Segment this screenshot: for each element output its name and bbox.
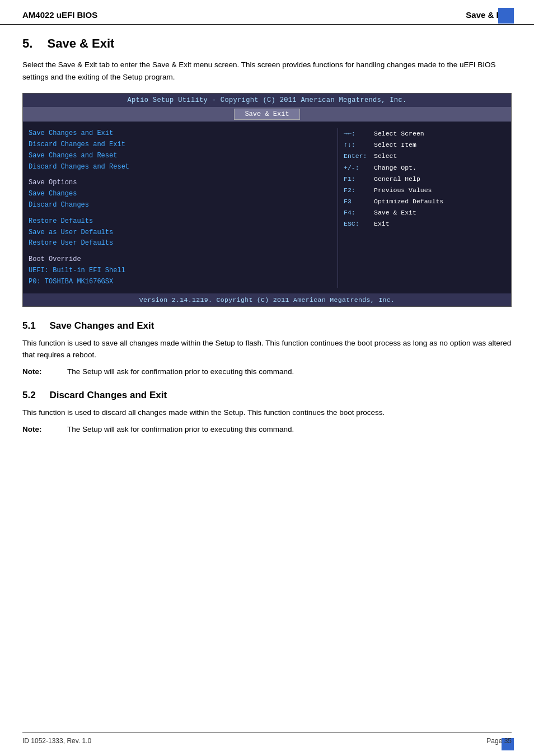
bios-menu-item[interactable]: Save Changes [29, 189, 332, 200]
bios-menu-item[interactable]: Restore Defaults [29, 216, 332, 227]
sub-heading-5-2: 5.2 Discard Changes and Exit [22, 390, 512, 401]
note-row-5-1: Note: The Setup will ask for confirmatio… [22, 366, 512, 378]
note-text-5-1: The Setup will ask for confirmation prio… [67, 366, 512, 378]
bios-menu-item[interactable]: Save Changes and Reset [29, 151, 332, 162]
bios-key-value: General Help [374, 174, 420, 185]
bios-key-label: F3 [344, 196, 371, 207]
bios-key-value: Select [374, 151, 397, 162]
bios-menu-item[interactable]: Save as User Defaults [29, 227, 332, 239]
header-left: AM4022 uEFI BIOS [22, 10, 97, 20]
bios-menu-item[interactable]: Discard Changes [29, 200, 332, 211]
bios-key-label: F4: [344, 207, 371, 218]
bios-key-label: →←: [344, 128, 371, 139]
bios-menu-item[interactable]: Restore User Defaults [29, 238, 332, 249]
bios-key-label: +/-: [344, 162, 371, 174]
bios-key-row: F2:Previous Values [344, 185, 505, 196]
note-text-5-2: The Setup will ask for confirmation prio… [67, 423, 512, 436]
bios-key-row: F1:General Help [344, 174, 505, 185]
sub-body-5-2: This function is used to discard all cha… [22, 407, 512, 419]
sub-title-5-2: Discard Changes and Exit [49, 390, 167, 400]
bios-body: Save Changes and ExitDiscard Changes and… [23, 122, 511, 293]
sub-heading-5-1: 5.1 Save Changes and Exit [22, 320, 512, 332]
subsection-5-1: 5.1 Save Changes and Exit This function … [22, 320, 512, 378]
bios-key-value: Optimized Defaults [374, 196, 443, 207]
bios-key-row: F4:Save & Exit [344, 207, 505, 218]
bios-key-row: ↑↓:Select Item [344, 139, 505, 151]
bios-key-help: →←:Select Screen↑↓:Select ItemEnter:Sele… [338, 128, 505, 287]
sub-number-5-2: 5.2 [22, 390, 36, 400]
subsection-5-2: 5.2 Discard Changes and Exit This functi… [22, 390, 512, 435]
bios-key-row: Enter:Select [344, 151, 505, 162]
bios-screen: Aptio Setup Utility - Copyright (C) 2011… [22, 93, 512, 306]
sub-body-5-1: This function is used to save all change… [22, 337, 512, 361]
bios-menu-item[interactable]: P0: TOSHIBA MK1676GSX [29, 277, 332, 288]
bios-menu-item[interactable]: Save Changes and Exit [29, 128, 332, 139]
bios-key-row: F3Optimized Defaults [344, 196, 505, 207]
section-title: Save & Exit [47, 36, 114, 50]
page-footer: ID 1052-1333, Rev. 1.0 Page 35 [22, 732, 512, 745]
corner-decoration-top [498, 8, 514, 24]
page-header: AM4022 uEFI BIOS Save & Exit [0, 0, 534, 25]
intro-paragraph: Select the Save & Exit tab to enter the … [22, 59, 512, 83]
bios-key-value: Previous Values [374, 185, 432, 196]
bios-key-row: +/-:Change Opt. [344, 162, 505, 174]
bios-header-bar: Aptio Setup Utility - Copyright (C) 2011… [23, 94, 511, 107]
bios-key-label: ↑↓: [344, 139, 371, 151]
bios-key-value: Select Item [374, 139, 416, 151]
note-label-5-1: Note: [22, 366, 56, 378]
bios-menu-item[interactable]: Boot Override [29, 254, 332, 265]
bios-key-row: →←:Select Screen [344, 128, 505, 139]
bios-menu-item[interactable]: UEFI: Built-in EFI Shell [29, 265, 332, 277]
note-row-5-2: Note: The Setup will ask for confirmatio… [22, 423, 512, 436]
main-content: 5. Save & Exit Select the Save & Exit ta… [0, 25, 534, 459]
footer-right: Page 35 [486, 737, 512, 745]
bios-menu-item[interactable]: Discard Changes and Reset [29, 162, 332, 173]
bios-footer: Version 2.14.1219. Copyright (C) 2011 Am… [23, 293, 511, 306]
sub-number-5-1: 5.1 [22, 320, 36, 331]
bios-menu-left: Save Changes and ExitDiscard Changes and… [29, 128, 338, 287]
bios-key-value: Select Screen [374, 128, 424, 139]
section-number: 5. [22, 36, 32, 50]
bios-key-label: F1: [344, 174, 371, 185]
section-heading: 5. Save & Exit [22, 36, 512, 51]
bios-key-row: ESC:Exit [344, 218, 505, 230]
bios-key-label: ESC: [344, 218, 371, 230]
bios-key-value: Save & Exit [374, 207, 416, 218]
bios-key-label: F2: [344, 185, 371, 196]
footer-left: ID 1052-1333, Rev. 1.0 [22, 737, 91, 745]
bios-tab-bar: Save & Exit [23, 107, 511, 122]
note-label-5-2: Note: [22, 423, 56, 436]
sub-title-5-1: Save Changes and Exit [49, 320, 154, 331]
bios-key-label: Enter: [344, 151, 371, 162]
bios-key-value: Exit [374, 218, 390, 230]
bios-key-value: Change Opt. [374, 162, 416, 174]
bios-menu-item[interactable]: Discard Changes and Exit [29, 139, 332, 151]
bios-menu-item[interactable]: Save Options [29, 178, 332, 189]
bios-tab-save-exit[interactable]: Save & Exit [234, 109, 299, 120]
